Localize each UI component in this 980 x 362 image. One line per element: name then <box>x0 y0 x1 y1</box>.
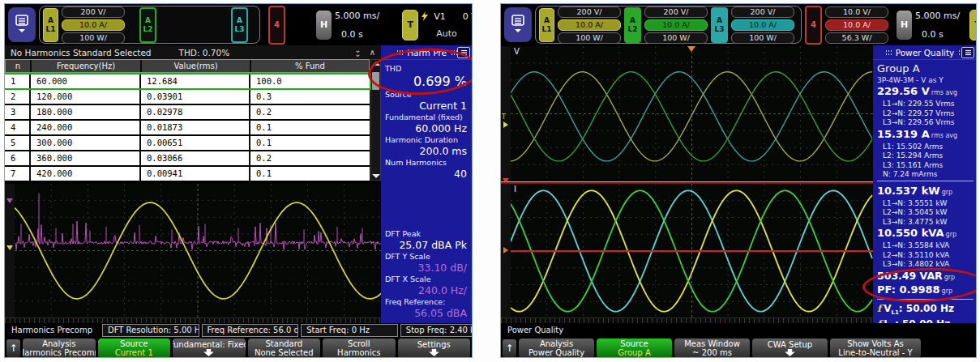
channel-badge-l1[interactable]: AL1 <box>539 8 554 42</box>
table-row[interactable]: 7420.0000.009410.1 <box>5 167 370 181</box>
table-cell: 360.000 <box>31 151 141 165</box>
table-cell: 0.03901 <box>141 90 250 104</box>
softkey-show-volts-as[interactable]: Show Volts AsLine-to-Neutral - Y <box>830 339 921 358</box>
trigger-controls[interactable]: T V1 0 V Auto <box>969 10 977 40</box>
volts-scale[interactable]: 10.0 V/ <box>825 6 888 18</box>
sidebar-field: DFT Peak25.07 dBA Pk <box>385 228 469 251</box>
table-cell: 4 <box>5 121 31 134</box>
table-row[interactable]: 3180.0000.029780.2 <box>5 105 370 119</box>
softkey-analysis[interactable]: AnalysisHarmonics Precomp <box>23 339 96 358</box>
softkey-scroll[interactable]: ScrollHarmonics <box>323 339 396 358</box>
channel-badge-4[interactable]: 4 <box>268 6 285 45</box>
volts-scale[interactable]: 200 V/ <box>731 6 794 18</box>
menu-button[interactable] <box>8 7 36 42</box>
table-row[interactable]: 4240.0000.018730.1 <box>5 121 370 134</box>
list-icon <box>460 49 468 56</box>
channel-badge-l2[interactable]: AL2 <box>139 7 156 43</box>
expand-chevron-icon[interactable]: ∧ <box>370 48 375 57</box>
watts-scale[interactable]: 100 W/ <box>644 32 708 44</box>
channel-l3-scales: 200 V/ 10.0 A/ 100 W/ <box>731 6 794 44</box>
marker-current-icon[interactable] <box>6 245 13 250</box>
softkey-settings[interactable]: Settings <box>398 339 471 358</box>
softkey-analysis[interactable]: AnalysisPower Quality <box>519 339 594 358</box>
trigger-mode: Auto <box>422 28 473 39</box>
amps-scale[interactable]: 10.0 A/ <box>825 19 888 31</box>
channel-badge-l2[interactable]: AL2 <box>624 7 641 43</box>
table-row[interactable]: 5300.0000.006510.1 <box>5 136 370 150</box>
panel-title-bar: Power Quality <box>873 45 977 60</box>
table-cell: 6 <box>5 151 31 165</box>
channel-badge-l3[interactable]: AL3 <box>711 7 728 43</box>
table-cell: 0.00651 <box>141 136 250 150</box>
amps-scale[interactable]: 10.0 A/ <box>644 19 708 31</box>
table-row[interactable]: 2120.0000.039010.3 <box>5 90 370 104</box>
softkey-up-button[interactable]: ↑ <box>503 339 516 357</box>
table-cell: 0.1 <box>250 136 370 150</box>
watts-scale[interactable]: 100 W/ <box>731 32 794 44</box>
table-row[interactable]: 160.00012.684100.0 <box>5 75 370 88</box>
softkey-meas-window[interactable]: Meas Window~ 200 ms <box>674 339 750 358</box>
amps-scale[interactable]: 10.0 A/ <box>731 19 794 31</box>
trigger-key[interactable]: T <box>402 10 418 40</box>
current-zero-marker[interactable] <box>503 247 508 253</box>
amps-scale[interactable]: 10.0 A/ <box>62 19 125 31</box>
status-bar: Power Quality <box>501 323 976 337</box>
trigger-position-icon[interactable] <box>687 46 695 56</box>
field-value: 200.0 ms <box>385 145 469 157</box>
volts-scale[interactable]: 200 V/ <box>558 6 621 18</box>
scrollbar-thumb[interactable] <box>372 72 379 90</box>
horizontal-key[interactable]: H <box>316 11 332 40</box>
collapse-double-chevron-icon[interactable]: ⌄⌄ <box>354 48 361 57</box>
channel-badge-4[interactable]: 4 <box>805 6 822 45</box>
volts-scale[interactable]: 200 V/ <box>644 6 708 18</box>
trigger-controls[interactable]: T V1 0 V Auto <box>402 10 473 40</box>
drag-dots-icon <box>396 49 403 56</box>
horizontal-key[interactable]: H <box>897 11 912 40</box>
table-cell: 240.000 <box>31 121 141 134</box>
softkey-source[interactable]: SourceCurrent 1 <box>98 339 171 358</box>
sidebar-field: Num Harmonics40 <box>385 157 469 180</box>
table-row[interactable]: 6360.0000.030660.2 <box>5 151 370 165</box>
waveform-display <box>5 184 381 317</box>
softkey-cwa-setup[interactable]: CWA Setup <box>752 339 828 358</box>
watts-scale[interactable]: 100 W/ <box>558 32 621 44</box>
trigger-level-marker[interactable]: T <box>502 114 506 121</box>
horizontal-controls[interactable]: H 5.000 ms/ 0.0 s <box>897 11 960 40</box>
horizontal-controls[interactable]: H 5.000 ms/ 0.0 s <box>316 11 379 40</box>
volts-scale[interactable]: 200 V/ <box>62 6 125 18</box>
watts-scale[interactable]: 56.3 W/ <box>825 32 888 44</box>
current-waveform-display: I <box>501 184 873 318</box>
table-cell: 420.000 <box>31 167 141 181</box>
channel-line: L1 <box>46 25 56 33</box>
channel4-ground-marker[interactable] <box>503 178 509 183</box>
scroll-up-icon[interactable] <box>372 62 380 66</box>
softkey-standard[interactable]: StandardNone Selected <box>248 339 321 358</box>
field-label: Source <box>385 89 469 100</box>
harmonics-table: nFrequency(Hz)Value(rms)% Fund 160.00012… <box>5 59 370 181</box>
dft-and-current-plot <box>15 184 381 317</box>
harm-pre-panel: Harm Pre THD0.699 %SourceCurrent 1Fundam… <box>381 45 473 323</box>
channel-letter: 4 <box>811 20 816 30</box>
scroll-down-icon[interactable] <box>372 174 380 178</box>
mode-label: Power Quality <box>501 326 976 334</box>
softkey-source[interactable]: SourceGroup A <box>597 339 672 358</box>
amps-scale[interactable]: 10.0 A/ <box>558 19 621 31</box>
panel-menu-button[interactable] <box>457 47 470 58</box>
channel-letter: A <box>717 16 722 24</box>
field-label: DFT X Scale <box>385 274 469 284</box>
channel-badge-l3[interactable]: AL3 <box>231 7 248 43</box>
softkey-fundamental-fixed[interactable]: Fundamental: Fixed <box>173 339 246 358</box>
summary-readout: 503.49 VARgrp <box>877 270 974 283</box>
voltage-waveform-display: T V <box>501 46 873 181</box>
summary-readout: 229.56 Vrms avg <box>877 85 974 100</box>
menu-button[interactable] <box>504 7 532 42</box>
table-scrollbar[interactable] <box>370 59 381 181</box>
phase-readout: L3: 15.161 Arms <box>877 161 974 171</box>
trigger-key[interactable]: T <box>969 10 977 40</box>
watts-scale[interactable]: 100 W/ <box>62 32 125 44</box>
marker-math-icon[interactable] <box>6 198 13 203</box>
channel-badge-l1[interactable]: AL1 <box>43 8 58 42</box>
softkey-up-button[interactable]: ↑ <box>6 339 20 357</box>
panel-menu-button[interactable] <box>961 47 974 58</box>
field-value: 25.07 dBA Pk <box>385 239 469 251</box>
